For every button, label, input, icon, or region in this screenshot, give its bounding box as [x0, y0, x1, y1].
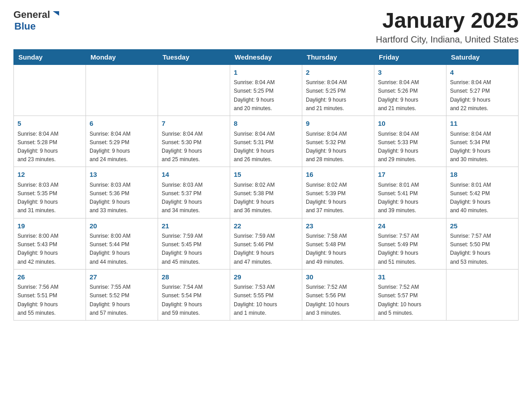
day-number: 16 — [306, 170, 370, 180]
day-number: 8 — [234, 119, 298, 129]
calendar-cell: 8Sunrise: 8:04 AMSunset: 5:31 PMDaylight… — [230, 116, 302, 167]
calendar-week-5: 26Sunrise: 7:56 AMSunset: 5:51 PMDayligh… — [14, 269, 519, 320]
day-number: 30 — [306, 272, 370, 283]
calendar-cell: 17Sunrise: 8:01 AMSunset: 5:41 PMDayligh… — [374, 167, 446, 218]
calendar-cell: 5Sunrise: 8:04 AMSunset: 5:28 PMDaylight… — [14, 116, 86, 167]
calendar-header: SundayMondayTuesdayWednesdayThursdayFrid… — [14, 49, 519, 64]
subtitle: Hartford City, Indiana, United States — [376, 34, 519, 45]
day-info: Sunrise: 7:52 AMSunset: 5:57 PMDaylight:… — [378, 283, 442, 317]
day-number: 7 — [162, 119, 226, 129]
day-info: Sunrise: 8:04 AMSunset: 5:28 PMDaylight:… — [17, 130, 82, 164]
day-number: 12 — [17, 170, 82, 180]
weekday-header-saturday: Saturday — [446, 49, 519, 64]
day-info: Sunrise: 8:04 AMSunset: 5:34 PMDaylight:… — [450, 130, 515, 164]
day-info: Sunrise: 8:03 AMSunset: 5:35 PMDaylight:… — [17, 181, 82, 215]
calendar-cell: 25Sunrise: 7:57 AMSunset: 5:50 PMDayligh… — [446, 218, 519, 269]
calendar-cell: 31Sunrise: 7:52 AMSunset: 5:57 PMDayligh… — [374, 269, 446, 320]
day-info: Sunrise: 8:01 AMSunset: 5:42 PMDaylight:… — [450, 181, 515, 215]
weekday-header-monday: Monday — [86, 49, 158, 64]
day-number: 11 — [450, 119, 515, 129]
day-info: Sunrise: 7:54 AMSunset: 5:54 PMDaylight:… — [162, 283, 226, 317]
day-info: Sunrise: 7:52 AMSunset: 5:56 PMDaylight:… — [306, 283, 370, 317]
svg-marker-0 — [53, 11, 59, 16]
calendar-cell: 29Sunrise: 7:53 AMSunset: 5:55 PMDayligh… — [230, 269, 302, 320]
day-info: Sunrise: 8:00 AMSunset: 5:44 PMDaylight:… — [90, 232, 154, 266]
day-number: 10 — [378, 119, 442, 129]
day-number: 29 — [234, 272, 298, 283]
day-info: Sunrise: 7:57 AMSunset: 5:50 PMDaylight:… — [450, 232, 515, 266]
day-info: Sunrise: 8:04 AMSunset: 5:27 PMDaylight:… — [450, 78, 515, 113]
calendar-week-2: 5Sunrise: 8:04 AMSunset: 5:28 PMDaylight… — [14, 116, 519, 167]
day-number: 13 — [90, 170, 154, 180]
logo: General Blue — [13, 9, 61, 32]
day-info: Sunrise: 7:55 AMSunset: 5:52 PMDaylight:… — [90, 283, 154, 317]
calendar-cell: 18Sunrise: 8:01 AMSunset: 5:42 PMDayligh… — [446, 167, 519, 218]
calendar-cell: 27Sunrise: 7:55 AMSunset: 5:52 PMDayligh… — [86, 269, 158, 320]
day-number: 15 — [234, 170, 298, 180]
day-info: Sunrise: 7:59 AMSunset: 5:46 PMDaylight:… — [234, 232, 298, 266]
calendar-cell — [158, 64, 230, 116]
calendar-cell: 7Sunrise: 8:04 AMSunset: 5:30 PMDaylight… — [158, 116, 230, 167]
calendar-table: SundayMondayTuesdayWednesdayThursdayFrid… — [13, 49, 519, 321]
day-number: 23 — [306, 221, 370, 231]
day-info: Sunrise: 7:53 AMSunset: 5:55 PMDaylight:… — [234, 283, 298, 317]
day-number: 5 — [17, 119, 82, 129]
calendar-cell: 30Sunrise: 7:52 AMSunset: 5:56 PMDayligh… — [302, 269, 374, 320]
calendar-cell: 28Sunrise: 7:54 AMSunset: 5:54 PMDayligh… — [158, 269, 230, 320]
calendar-cell: 21Sunrise: 7:59 AMSunset: 5:45 PMDayligh… — [158, 218, 230, 269]
calendar-cell: 19Sunrise: 8:00 AMSunset: 5:43 PMDayligh… — [14, 218, 86, 269]
day-info: Sunrise: 7:58 AMSunset: 5:48 PMDaylight:… — [306, 232, 370, 266]
day-info: Sunrise: 8:01 AMSunset: 5:41 PMDaylight:… — [378, 181, 442, 215]
calendar-cell: 16Sunrise: 8:02 AMSunset: 5:39 PMDayligh… — [302, 167, 374, 218]
day-info: Sunrise: 8:04 AMSunset: 5:26 PMDaylight:… — [378, 78, 442, 113]
calendar-cell: 1Sunrise: 8:04 AMSunset: 5:25 PMDaylight… — [230, 64, 302, 116]
calendar-cell: 9Sunrise: 8:04 AMSunset: 5:32 PMDaylight… — [302, 116, 374, 167]
day-info: Sunrise: 8:04 AMSunset: 5:25 PMDaylight:… — [306, 78, 370, 113]
day-number: 17 — [378, 170, 442, 180]
day-info: Sunrise: 8:03 AMSunset: 5:36 PMDaylight:… — [90, 181, 154, 215]
calendar-cell — [14, 64, 86, 116]
calendar-cell: 23Sunrise: 7:58 AMSunset: 5:48 PMDayligh… — [302, 218, 374, 269]
day-number: 3 — [378, 68, 442, 78]
calendar-cell: 22Sunrise: 7:59 AMSunset: 5:46 PMDayligh… — [230, 218, 302, 269]
calendar-cell — [86, 64, 158, 116]
day-info: Sunrise: 7:56 AMSunset: 5:51 PMDaylight:… — [17, 283, 82, 317]
day-info: Sunrise: 8:04 AMSunset: 5:25 PMDaylight:… — [234, 78, 298, 113]
day-number: 26 — [17, 272, 82, 283]
page-header: General Blue January 2025 Hartford City,… — [13, 9, 519, 45]
day-number: 28 — [162, 272, 226, 283]
day-info: Sunrise: 7:57 AMSunset: 5:49 PMDaylight:… — [378, 232, 442, 266]
day-number: 24 — [378, 221, 442, 231]
day-number: 19 — [17, 221, 82, 231]
weekday-header-thursday: Thursday — [302, 49, 374, 64]
calendar-cell: 10Sunrise: 8:04 AMSunset: 5:33 PMDayligh… — [374, 116, 446, 167]
day-info: Sunrise: 8:04 AMSunset: 5:31 PMDaylight:… — [234, 130, 298, 164]
calendar-cell: 12Sunrise: 8:03 AMSunset: 5:35 PMDayligh… — [14, 167, 86, 218]
day-number: 20 — [90, 221, 154, 231]
day-info: Sunrise: 8:02 AMSunset: 5:38 PMDaylight:… — [234, 181, 298, 215]
day-info: Sunrise: 8:03 AMSunset: 5:37 PMDaylight:… — [162, 181, 226, 215]
calendar-cell: 20Sunrise: 8:00 AMSunset: 5:44 PMDayligh… — [86, 218, 158, 269]
weekday-header-tuesday: Tuesday — [158, 49, 230, 64]
weekday-header-wednesday: Wednesday — [230, 49, 302, 64]
calendar-cell: 15Sunrise: 8:02 AMSunset: 5:38 PMDayligh… — [230, 167, 302, 218]
day-number: 31 — [378, 272, 442, 283]
day-info: Sunrise: 8:02 AMSunset: 5:39 PMDaylight:… — [306, 181, 370, 215]
day-number: 18 — [450, 170, 515, 180]
day-info: Sunrise: 8:04 AMSunset: 5:29 PMDaylight:… — [90, 130, 154, 164]
calendar-week-3: 12Sunrise: 8:03 AMSunset: 5:35 PMDayligh… — [14, 167, 519, 218]
calendar-cell: 4Sunrise: 8:04 AMSunset: 5:27 PMDaylight… — [446, 64, 519, 116]
weekday-header-friday: Friday — [374, 49, 446, 64]
logo-blue: Blue — [14, 21, 61, 32]
day-number: 9 — [306, 119, 370, 129]
day-info: Sunrise: 8:04 AMSunset: 5:30 PMDaylight:… — [162, 130, 226, 164]
calendar-cell: 11Sunrise: 8:04 AMSunset: 5:34 PMDayligh… — [446, 116, 519, 167]
calendar-cell: 13Sunrise: 8:03 AMSunset: 5:36 PMDayligh… — [86, 167, 158, 218]
day-info: Sunrise: 8:04 AMSunset: 5:33 PMDaylight:… — [378, 130, 442, 164]
day-number: 25 — [450, 221, 515, 231]
calendar-week-4: 19Sunrise: 8:00 AMSunset: 5:43 PMDayligh… — [14, 218, 519, 269]
calendar-cell: 3Sunrise: 8:04 AMSunset: 5:26 PMDaylight… — [374, 64, 446, 116]
calendar-cell — [446, 269, 519, 320]
day-info: Sunrise: 8:00 AMSunset: 5:43 PMDaylight:… — [17, 232, 82, 266]
day-number: 22 — [234, 221, 298, 231]
